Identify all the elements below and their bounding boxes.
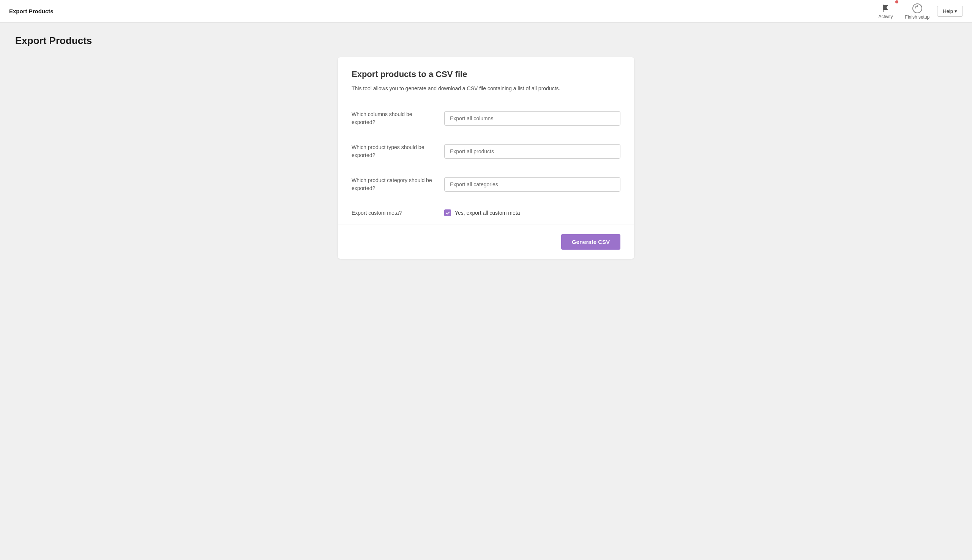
checkmark-icon bbox=[446, 211, 450, 215]
activity-icon bbox=[881, 3, 891, 13]
activity-button[interactable]: Activity bbox=[874, 1, 898, 22]
page-title: Export Products bbox=[15, 35, 957, 47]
help-chevron-icon: ▾ bbox=[955, 8, 957, 14]
topbar: Export Products Activity Finish setup He… bbox=[0, 0, 972, 23]
columns-input-wrap bbox=[444, 111, 620, 126]
product-types-row: Which product types should be exported? bbox=[352, 135, 620, 168]
card-description: This tool allows you to generate and dow… bbox=[352, 85, 620, 93]
form-section: Which columns should be exported? Which … bbox=[338, 102, 634, 225]
activity-badge bbox=[895, 0, 899, 3]
card-footer: Generate CSV bbox=[338, 225, 634, 259]
page-content: Export Products Export products to a CSV… bbox=[0, 23, 972, 271]
columns-input[interactable] bbox=[444, 111, 620, 126]
svg-point-0 bbox=[913, 4, 922, 13]
finish-setup-icon bbox=[912, 3, 923, 14]
activity-label: Activity bbox=[878, 14, 893, 19]
finish-setup-button[interactable]: Finish setup bbox=[900, 1, 934, 22]
help-label: Help bbox=[943, 8, 953, 14]
product-types-input-wrap bbox=[444, 144, 620, 158]
topbar-right: Activity Finish setup Help ▾ bbox=[874, 1, 963, 22]
product-types-label: Which product types should be exported? bbox=[352, 143, 435, 159]
custom-meta-row: Export custom meta? Yes, export all cust… bbox=[352, 201, 620, 225]
category-input-wrap bbox=[444, 177, 620, 192]
custom-meta-checkbox-label: Yes, export all custom meta bbox=[455, 210, 520, 216]
generate-csv-button[interactable]: Generate CSV bbox=[561, 234, 620, 250]
columns-row: Which columns should be exported? bbox=[352, 102, 620, 135]
custom-meta-checkbox[interactable] bbox=[444, 210, 451, 216]
custom-meta-label: Export custom meta? bbox=[352, 210, 435, 216]
help-button[interactable]: Help ▾ bbox=[937, 6, 963, 17]
category-input[interactable] bbox=[444, 177, 620, 192]
custom-meta-checkbox-wrap: Yes, export all custom meta bbox=[444, 210, 620, 216]
category-row: Which product category should be exporte… bbox=[352, 168, 620, 201]
card-header: Export products to a CSV file This tool … bbox=[338, 57, 634, 102]
product-types-input[interactable] bbox=[444, 144, 620, 158]
svg-point-1 bbox=[917, 5, 918, 7]
export-card: Export products to a CSV file This tool … bbox=[338, 57, 634, 259]
columns-label: Which columns should be exported? bbox=[352, 110, 435, 126]
topbar-title: Export Products bbox=[9, 8, 53, 14]
card-title: Export products to a CSV file bbox=[352, 70, 620, 79]
finish-setup-label: Finish setup bbox=[905, 14, 930, 20]
category-label: Which product category should be exporte… bbox=[352, 177, 435, 192]
